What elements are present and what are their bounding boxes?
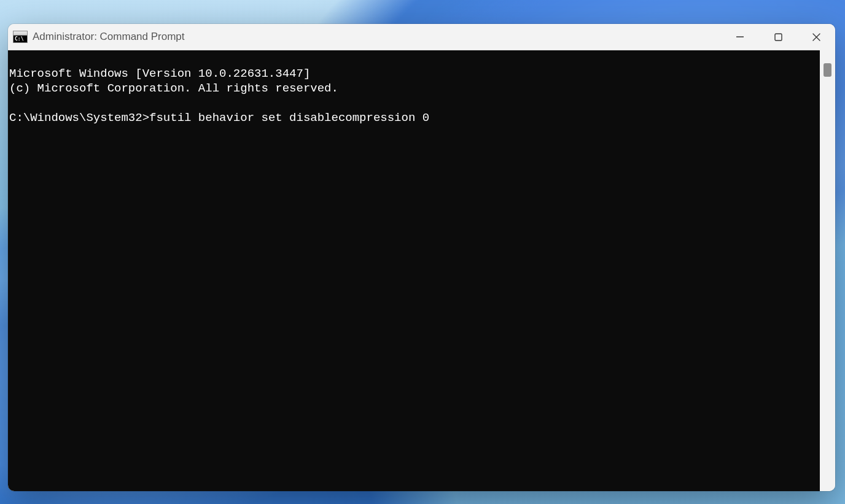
console-command: fsutil behavior set disablecompression 0 — [149, 111, 429, 125]
maximize-button[interactable] — [759, 24, 797, 50]
console-line-version: Microsoft Windows [Version 10.0.22631.34… — [9, 67, 310, 80]
maximize-icon — [774, 33, 782, 41]
console-area[interactable]: Microsoft Windows [Version 10.0.22631.34… — [8, 50, 820, 491]
minimize-icon — [736, 33, 744, 41]
svg-rect-1 — [775, 34, 782, 41]
svg-rect-0 — [736, 36, 744, 37]
minimize-button[interactable] — [721, 24, 759, 50]
window-title: Administrator: Command Prompt — [33, 24, 185, 50]
close-button[interactable] — [797, 24, 835, 50]
scrollbar-thumb[interactable] — [824, 63, 831, 77]
vertical-scrollbar[interactable] — [820, 50, 835, 491]
console-prompt: C:\Windows\System32> — [9, 111, 149, 125]
console-line-copyright: (c) Microsoft Corporation. All rights re… — [9, 82, 338, 95]
titlebar[interactable]: C:\ Administrator: Command Prompt — [8, 24, 835, 50]
close-icon — [812, 33, 820, 41]
cmd-icon: C:\ — [13, 31, 28, 43]
command-prompt-window: C:\ Administrator: Command Prompt Micros — [8, 24, 835, 491]
window-controls — [721, 24, 835, 50]
